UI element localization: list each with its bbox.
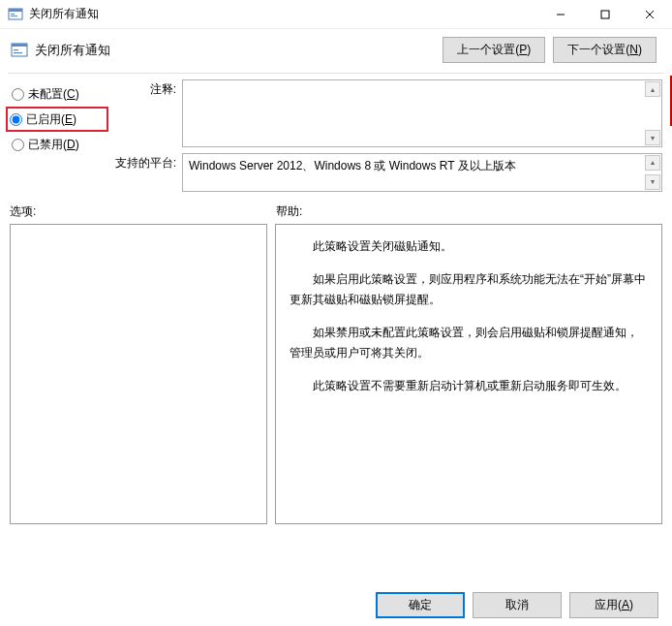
svg-rect-11 [14, 52, 22, 53]
svg-rect-10 [14, 49, 18, 50]
dialog-footer: 确定 取消 应用(A) [376, 592, 658, 618]
titlebar: 关闭所有通知 [0, 0, 672, 29]
close-button[interactable] [627, 0, 672, 29]
ok-button[interactable]: 确定 [376, 592, 465, 618]
scroll-up-icon[interactable]: ▴ [645, 81, 660, 97]
platform-value: Windows Server 2012、Windows 8 或 Windows … [189, 159, 516, 172]
options-pane[interactable] [10, 224, 267, 524]
radio-enabled-input[interactable] [10, 113, 22, 126]
panes-row: 此策略设置关闭磁贴通知。 如果启用此策略设置，则应用程序和系统功能无法在“开始”… [0, 224, 672, 524]
help-pane[interactable]: 此策略设置关闭磁贴通知。 如果启用此策略设置，则应用程序和系统功能无法在“开始”… [275, 224, 662, 524]
radio-not-configured[interactable]: 未配置(C) [10, 81, 107, 107]
maximize-button[interactable] [583, 0, 627, 29]
comment-label: 注释: [112, 79, 176, 147]
policy-icon [10, 41, 29, 60]
platform-scroll: ▴ ▾ [645, 155, 660, 190]
divider [8, 73, 664, 74]
section-labels: 选项: 帮助: [0, 192, 672, 224]
svg-rect-2 [11, 14, 15, 15]
scroll-up-icon[interactable]: ▴ [645, 155, 660, 171]
options-label: 选项: [10, 203, 276, 220]
scroll-down-icon[interactable]: ▾ [645, 130, 660, 145]
cancel-button[interactable]: 取消 [473, 592, 562, 618]
window-title: 关闭所有通知 [29, 6, 538, 22]
help-label: 帮助: [276, 203, 662, 220]
help-paragraph: 如果启用此策略设置，则应用程序和系统功能无法在“开始”屏幕中更新其磁贴和磁贴锁屏… [290, 269, 648, 309]
state-radio-group: 未配置(C) 已启用(E) 已禁用(D) [10, 79, 107, 192]
page-title: 关闭所有通知 [35, 42, 443, 59]
next-setting-button[interactable]: 下一个设置(N) [553, 37, 657, 63]
minimize-button[interactable] [538, 0, 583, 29]
app-icon [8, 7, 23, 22]
help-paragraph: 此策略设置关闭磁贴通知。 [290, 236, 648, 256]
radio-disabled-input[interactable] [12, 139, 24, 151]
help-paragraph: 如果禁用或未配置此策略设置，则会启用磁贴和锁屏提醒通知，管理员或用户可将其关闭。 [290, 323, 648, 362]
window-controls [538, 0, 672, 28]
radio-enabled[interactable]: 已启用(E) [6, 107, 108, 132]
comment-scroll: ▴ ▾ [645, 81, 660, 145]
help-paragraph: 此策略设置不需要重新启动计算机或重新启动服务即可生效。 [290, 376, 648, 395]
svg-rect-9 [12, 44, 27, 47]
svg-rect-5 [601, 11, 609, 18]
svg-rect-3 [11, 16, 17, 16]
radio-disabled[interactable]: 已禁用(D) [10, 132, 107, 157]
platform-label: 支持的平台: [112, 153, 176, 192]
svg-rect-1 [9, 9, 22, 12]
comment-textarea[interactable]: ▴ ▾ [182, 79, 662, 147]
scroll-down-icon[interactable]: ▾ [645, 174, 660, 190]
header-row: 关闭所有通知 上一个设置(P) 下一个设置(N) [0, 29, 672, 73]
apply-button[interactable]: 应用(A) [569, 592, 658, 618]
platform-box: Windows Server 2012、Windows 8 或 Windows … [182, 153, 662, 192]
fields-column: 注释: ▴ ▾ 支持的平台: Windows Server 2012、Windo… [112, 79, 662, 192]
config-area: 未配置(C) 已启用(E) 已禁用(D) 注释: ▴ ▾ [0, 79, 672, 192]
radio-not-configured-input[interactable] [12, 88, 24, 101]
prev-setting-button[interactable]: 上一个设置(P) [443, 37, 545, 63]
policy-dialog-window: 关闭所有通知 关闭所有通 [0, 0, 672, 626]
